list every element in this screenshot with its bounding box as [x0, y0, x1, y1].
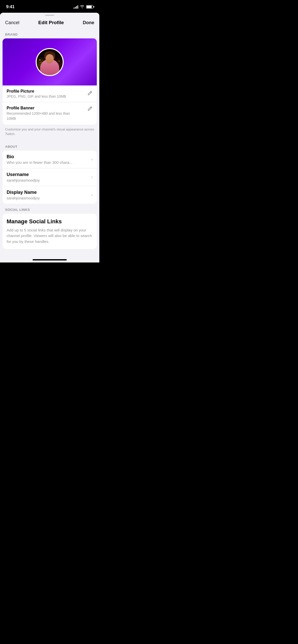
- bio-title: Bio: [7, 154, 72, 159]
- profile-picture-row[interactable]: Profile Picture JPEG, PNG, GIF and less …: [3, 85, 97, 102]
- bio-text: Bio Who you are in fewer than 300 chara.…: [7, 154, 72, 165]
- display-name-row[interactable]: Display Name sarahjonasmoodjoy ›: [3, 186, 97, 204]
- drag-handle: [0, 13, 99, 16]
- profile-banner-preview[interactable]: [3, 38, 97, 85]
- bio-row[interactable]: Bio Who you are in fewer than 300 chara.…: [3, 151, 97, 168]
- profile-picture-subtitle: JPEG, PNG, GIF and less than 10MB: [7, 94, 66, 98]
- profile-banner-text: Profile Banner Recommended 1200×480 and …: [7, 106, 75, 121]
- status-time: 9:41: [6, 4, 15, 9]
- wifi-icon: [80, 5, 84, 9]
- status-icons: [74, 5, 93, 9]
- display-name-title: Display Name: [7, 190, 40, 195]
- bio-subtitle: Who you are in fewer than 300 chara...: [7, 160, 72, 165]
- display-name-value: sarahjonasmoodjoy: [7, 196, 40, 200]
- main-container: Cancel Edit Profile Done BRAND: [0, 13, 99, 262]
- profile-banner-subtitle: Recommended 1200×480 and less than 10MB: [7, 111, 75, 121]
- status-bar: 9:41: [0, 0, 99, 13]
- cancel-button[interactable]: Cancel: [5, 20, 19, 25]
- profile-banner-title: Profile Banner: [7, 106, 75, 110]
- about-card: Bio Who you are in fewer than 300 chara.…: [3, 151, 97, 204]
- about-section-label: ABOUT: [0, 141, 99, 151]
- display-name-chevron-icon: ›: [91, 192, 93, 198]
- brand-section-label: BRAND: [0, 28, 99, 38]
- bio-chevron-icon: ›: [91, 157, 93, 162]
- avatar-image: [37, 49, 63, 75]
- username-chevron-icon: ›: [91, 174, 93, 180]
- username-title: Username: [7, 172, 40, 177]
- home-indicator: [0, 257, 99, 262]
- profile-picture-title: Profile Picture: [7, 89, 66, 94]
- username-value: sarahjonasmoodjoy: [7, 178, 40, 182]
- display-name-text: Display Name sarahjonasmoodjoy: [7, 190, 40, 200]
- username-text: Username sarahjonasmoodjoy: [7, 172, 40, 182]
- profile-picture-text: Profile Picture JPEG, PNG, GIF and less …: [7, 89, 66, 98]
- profile-picture-edit-icon[interactable]: [87, 90, 93, 97]
- username-row[interactable]: Username sarahjonasmoodjoy ›: [3, 168, 97, 186]
- signal-icon: [74, 5, 78, 9]
- avatar[interactable]: [36, 48, 64, 76]
- battery-icon: [86, 5, 93, 9]
- nav-bar: Cancel Edit Profile Done: [0, 16, 99, 28]
- social-links-title: Manage Social Links: [7, 218, 93, 225]
- customize-note: Customize you and your channel's visual …: [0, 125, 99, 140]
- social-links-section-label: SOCIAL LINKS: [0, 204, 99, 214]
- social-links-card[interactable]: Manage Social Links Add up to 5 social l…: [3, 214, 97, 249]
- done-button[interactable]: Done: [83, 20, 94, 25]
- brand-card: Profile Picture JPEG, PNG, GIF and less …: [3, 38, 97, 125]
- home-bar: [33, 259, 67, 260]
- social-links-description: Add up to 5 social links that will displ…: [7, 227, 93, 245]
- profile-banner-row[interactable]: Profile Banner Recommended 1200×480 and …: [3, 102, 97, 125]
- profile-banner-edit-icon[interactable]: [87, 106, 93, 113]
- page-title: Edit Profile: [38, 20, 64, 25]
